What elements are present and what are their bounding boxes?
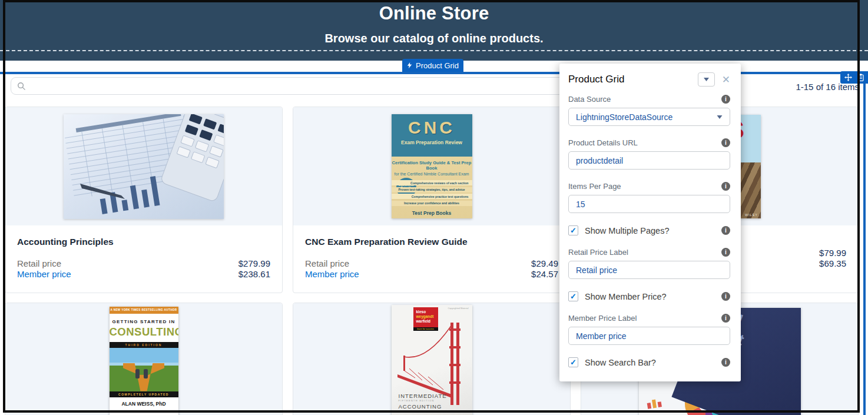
consulting-cover-updated: COMPLETELY UPDATED: [110, 391, 178, 397]
product-image-consulting: A NEW YORK TIMES BESTSELLING AUTHOR GETT…: [5, 303, 282, 415]
product-card[interactable]: A NEW YORK TIMES BESTSELLING AUTHOR GETT…: [5, 303, 283, 415]
cnc-cover-title: CNC: [392, 114, 472, 138]
info-icon[interactable]: i: [721, 248, 730, 257]
show-search-bar-checkbox[interactable]: [568, 357, 578, 367]
cnc-cover-bullets: Comprehensive reviews of each section Pr…: [392, 180, 472, 207]
retail-price-value: $279.99: [238, 258, 270, 269]
consulting-cover-author: ALAN WEISS, PhD: [110, 401, 178, 407]
wiley-brand: WILEY: [745, 213, 758, 217]
report-mini-bars: [647, 399, 662, 409]
panel-title: Product Grid: [568, 74, 698, 85]
retail-price-value: $29.49: [531, 258, 558, 269]
info-icon[interactable]: i: [721, 292, 730, 301]
cnc-cover-subtitle: Exam Preparation Review: [392, 140, 472, 145]
show-multiple-pages-checkbox[interactable]: [568, 225, 578, 235]
member-price-link[interactable]: Member price: [305, 269, 359, 280]
intermediate-accounting-title: INTERMEDIATE FIFTEENTH EDITION ACCOUNTIN…: [399, 393, 447, 410]
field-label: Member Price Label: [568, 314, 637, 323]
consulting-cover-edition: THIRD EDITION: [110, 342, 178, 348]
data-source-select[interactable]: LightningStoreDataSource: [568, 108, 730, 126]
info-icon[interactable]: i: [721, 95, 730, 104]
page-title: Online Store: [0, 0, 868, 24]
input-value: Member price: [576, 331, 627, 341]
field-label: Retail Price Label: [568, 248, 628, 257]
input-value: Retail price: [576, 265, 617, 275]
product-image-intermediate-accounting: Copyrighted Material kieso weygandt warf…: [293, 303, 570, 415]
checkbox-label: Show Multiple Pages?: [585, 226, 721, 235]
consulting-cover-line2: CONSULTING: [110, 326, 178, 338]
component-action-toolbar: [840, 71, 868, 84]
page-subtitle: Browse our catalog of online products.: [0, 32, 868, 45]
field-label: Product Details URL: [568, 138, 638, 147]
consulting-cover-topbar: A NEW YORK TIMES BESTSELLING AUTHOR: [110, 307, 178, 314]
field-label: Items Per Page: [568, 182, 621, 191]
product-image-accounting: [5, 107, 282, 225]
consulting-cover-line1: GETTING STARTED IN: [110, 319, 178, 324]
retail-price-label: Retail price: [305, 258, 349, 269]
panel-menu-button[interactable]: [698, 72, 715, 87]
member-price-value: $69.35: [819, 258, 846, 269]
product-title[interactable]: CNC Exam Preparation Review Guide: [305, 237, 558, 247]
product-card[interactable]: Copyrighted Material kieso weygandt warf…: [293, 303, 571, 415]
input-value: 15: [576, 200, 585, 209]
info-icon[interactable]: i: [721, 314, 730, 323]
lightning-bolt-icon: [407, 62, 412, 69]
search-icon: [17, 82, 26, 91]
retail-price-label: Retail price: [17, 258, 61, 269]
member-price-label-input[interactable]: Member price: [568, 327, 730, 345]
product-title[interactable]: Accounting Principles: [17, 237, 270, 247]
member-price-link[interactable]: Member price: [17, 269, 71, 280]
component-tab-product-grid[interactable]: Product Grid: [402, 59, 463, 72]
chevron-down-icon: [704, 78, 709, 81]
info-icon[interactable]: i: [721, 138, 730, 147]
member-price-value: $238.61: [238, 269, 270, 280]
chevron-down-icon: [717, 115, 723, 119]
cnc-cover-line1: Certification Study Guide & Test Prep Bo…: [392, 160, 472, 171]
cnc-cover-footer: Test Prep Books: [392, 210, 472, 216]
member-price-value: $24.57: [531, 269, 558, 280]
product-image-cnc: CNC Exam Preparation Review Certificatio…: [293, 107, 570, 225]
move-icon[interactable]: [844, 74, 852, 81]
info-icon[interactable]: i: [721, 226, 730, 235]
checkbox-label: Show Search Bar?: [585, 358, 721, 367]
checkbox-label: Show Member Price?: [585, 292, 721, 301]
input-value: productdetail: [576, 156, 623, 165]
product-card[interactable]: CNC Exam Preparation Review Certificatio…: [293, 107, 571, 293]
field-label: Data Source: [568, 95, 611, 104]
retail-price-label-input[interactable]: Retail price: [568, 261, 730, 279]
component-tab-label: Product Grid: [416, 61, 459, 70]
store-banner: Online Store Browse our catalog of onlin…: [0, 0, 868, 61]
info-icon[interactable]: i: [721, 182, 730, 191]
experience-builder-canvas: Online Store Browse our catalog of onlin…: [0, 0, 868, 415]
component-selection-border-right: [863, 72, 866, 415]
selected-option: LightningStoreDataSource: [576, 112, 672, 122]
property-panel-product-grid: Product Grid ✕ Data Source i LightningSt…: [559, 64, 741, 381]
info-icon[interactable]: i: [721, 358, 730, 367]
items-per-page-input[interactable]: 15: [568, 195, 730, 213]
product-details-url-input[interactable]: productdetail: [568, 151, 730, 170]
section-boundary-divider: [0, 50, 868, 51]
product-card[interactable]: Accounting Principles Retail price $279.…: [5, 107, 283, 293]
close-icon[interactable]: ✕: [722, 75, 730, 85]
consulting-cover-illustration: [110, 348, 178, 391]
clipboard-icon[interactable]: [857, 74, 864, 81]
results-count: 1-15 of 16 items: [730, 82, 859, 92]
retail-price-value: $79.99: [819, 248, 846, 258]
cnc-cover-line2: for the Certified Nimble Consultant Exam: [392, 172, 472, 176]
show-member-price-checkbox[interactable]: [568, 291, 578, 301]
